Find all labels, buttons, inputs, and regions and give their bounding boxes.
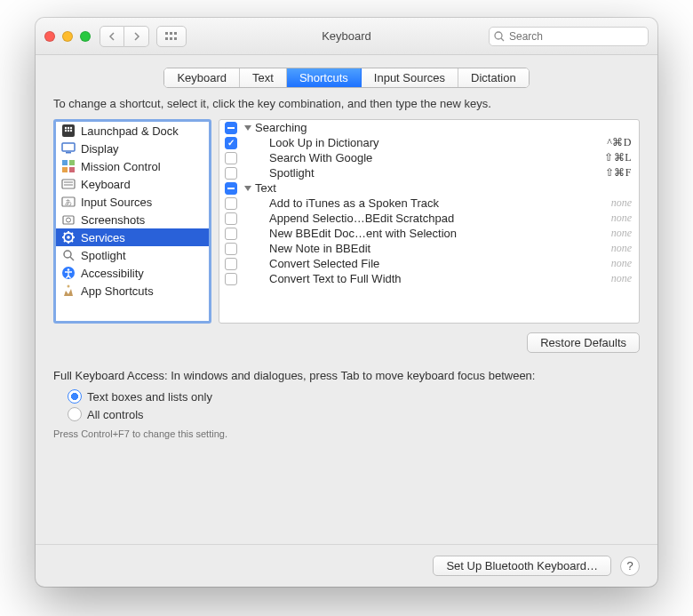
item-checkbox[interactable]: ✓: [225, 137, 237, 149]
svg-line-34: [64, 233, 66, 235]
search-input[interactable]: [489, 27, 649, 46]
category-accessibility[interactable]: Accessibility: [56, 264, 209, 282]
forward-button[interactable]: [124, 26, 149, 47]
category-screenshots[interactable]: Screenshots: [56, 211, 209, 228]
category-app-shortcuts[interactable]: App Shortcuts: [56, 282, 209, 300]
restore-defaults-button[interactable]: Restore Defaults: [527, 332, 640, 353]
svg-point-41: [68, 268, 70, 271]
shortcut-key[interactable]: none: [611, 196, 632, 210]
panes: Launchpad & DockDisplayMission ControlKe…: [53, 119, 640, 324]
shortcut-item[interactable]: Convert Selected Filenone: [219, 256, 639, 271]
search-field-wrap: [489, 27, 649, 46]
shortcut-key[interactable]: ⇧⌘F: [605, 166, 632, 180]
help-button[interactable]: ?: [620, 556, 640, 576]
item-checkbox[interactable]: [225, 152, 237, 164]
category-spotlight[interactable]: Spotlight: [56, 246, 209, 264]
tabs-segmented: KeyboardTextShortcutsInput SourcesDictat…: [163, 68, 529, 88]
tab-dictation[interactable]: Dictation: [458, 68, 529, 87]
instruction-text: To change a shortcut, select it, click t…: [53, 97, 640, 110]
tab-keyboard[interactable]: Keyboard: [164, 68, 240, 87]
fka-radio-option[interactable]: All controls: [53, 405, 640, 423]
item-checkbox[interactable]: [225, 243, 237, 255]
group-checkbox[interactable]: [225, 122, 237, 134]
fka-hint: Press Control+F7 to change this setting.: [53, 428, 640, 439]
shortcut-group[interactable]: Searching: [219, 120, 639, 135]
spotlight-icon: [61, 248, 76, 262]
radio-button[interactable]: [68, 389, 82, 404]
category-list[interactable]: Launchpad & DockDisplayMission ControlKe…: [53, 119, 211, 324]
item-checkbox[interactable]: [225, 167, 237, 180]
shortcut-item[interactable]: Search With Google⇧⌘L: [219, 150, 639, 165]
tabs-row: KeyboardTextShortcutsInput SourcesDictat…: [36, 55, 657, 97]
shortcut-item[interactable]: ✓Look Up in Dictionary^⌘D: [219, 135, 639, 150]
shortcut-key[interactable]: none: [611, 227, 632, 240]
tab-input-sources[interactable]: Input Sources: [362, 68, 458, 87]
shortcut-item[interactable]: Spotlight⇧⌘F: [219, 165, 639, 180]
category-keyboard[interactable]: Keyboard: [56, 175, 209, 193]
content-area: To change a shortcut, select it, click t…: [36, 97, 657, 544]
disclosure-triangle-icon[interactable]: [244, 186, 251, 191]
item-checkbox[interactable]: [225, 228, 237, 240]
shortcut-list[interactable]: Searching✓Look Up in Dictionary^⌘DSearch…: [219, 120, 639, 323]
category-label: Mission Control: [81, 160, 161, 173]
radio-button[interactable]: [68, 407, 82, 421]
fka-radio-option[interactable]: Text boxes and lists only: [53, 388, 640, 405]
svg-point-14: [70, 130, 72, 132]
svg-rect-26: [63, 216, 74, 224]
app-icon: [61, 284, 76, 298]
svg-rect-19: [62, 167, 68, 172]
shortcut-item[interactable]: Add to iTunes as a Spoken Tracknone: [219, 196, 639, 211]
shortcut-key[interactable]: ^⌘D: [607, 136, 632, 149]
item-checkbox[interactable]: [225, 212, 237, 225]
tab-shortcuts[interactable]: Shortcuts: [287, 68, 362, 87]
shortcut-group[interactable]: Text: [219, 180, 639, 196]
shortcut-item[interactable]: New Note in BBEditnone: [219, 241, 639, 256]
tab-text[interactable]: Text: [240, 68, 287, 87]
shortcut-key[interactable]: none: [611, 257, 632, 270]
category-input-sources[interactable]: あInput Sources: [56, 193, 209, 211]
category-label: Keyboard: [81, 178, 131, 191]
svg-point-10: [68, 127, 69, 129]
item-checkbox[interactable]: [225, 273, 237, 285]
shortcut-key[interactable]: none: [611, 242, 632, 255]
minimize-window-button[interactable]: [62, 31, 73, 42]
svg-point-6: [495, 32, 502, 39]
disclosure-triangle-icon[interactable]: [244, 125, 251, 131]
svg-rect-5: [174, 37, 177, 40]
item-label: Append Selectio…BEdit Scratchpad: [269, 212, 454, 225]
accessibility-icon: [61, 266, 76, 280]
bluetooth-keyboard-button[interactable]: Set Up Bluetooth Keyboard…: [433, 556, 611, 576]
shortcut-key[interactable]: none: [611, 272, 632, 285]
svg-rect-3: [165, 37, 168, 40]
shortcut-list-pane: Searching✓Look Up in Dictionary^⌘DSearch…: [219, 119, 640, 324]
item-label: Add to iTunes as a Spoken Track: [269, 196, 439, 210]
close-window-button[interactable]: [44, 31, 55, 42]
item-checkbox[interactable]: [225, 258, 237, 270]
back-button[interactable]: [100, 26, 124, 47]
shortcut-item[interactable]: Convert Text to Full Widthnone: [219, 271, 639, 286]
svg-rect-4: [170, 37, 172, 40]
svg-line-37: [72, 233, 74, 235]
item-label: Convert Text to Full Width: [269, 272, 402, 285]
category-label: Screenshots: [81, 213, 145, 227]
footer: Set Up Bluetooth Keyboard… ?: [36, 544, 657, 587]
item-checkbox[interactable]: [225, 197, 237, 210]
category-display[interactable]: Display: [56, 140, 209, 157]
category-label: Display: [81, 142, 119, 156]
category-launchpad-dock[interactable]: Launchpad & Dock: [56, 122, 209, 140]
item-label: New Note in BBEdit: [269, 242, 370, 255]
svg-line-36: [64, 241, 66, 243]
shortcut-item[interactable]: New BBEdit Doc…ent with Selectionnone: [219, 226, 639, 241]
zoom-window-button[interactable]: [80, 31, 91, 42]
category-services[interactable]: Services: [56, 228, 209, 246]
group-checkbox[interactable]: [225, 182, 237, 195]
show-all-button[interactable]: [156, 26, 187, 47]
shortcut-key[interactable]: none: [611, 212, 632, 225]
svg-line-39: [70, 257, 74, 260]
shortcut-key[interactable]: ⇧⌘L: [604, 151, 632, 164]
category-mission-control[interactable]: Mission Control: [56, 157, 209, 175]
svg-rect-18: [69, 160, 75, 165]
svg-point-12: [65, 130, 67, 132]
shortcut-item[interactable]: Append Selectio…BEdit Scratchpadnone: [219, 211, 639, 226]
svg-point-38: [64, 251, 71, 258]
